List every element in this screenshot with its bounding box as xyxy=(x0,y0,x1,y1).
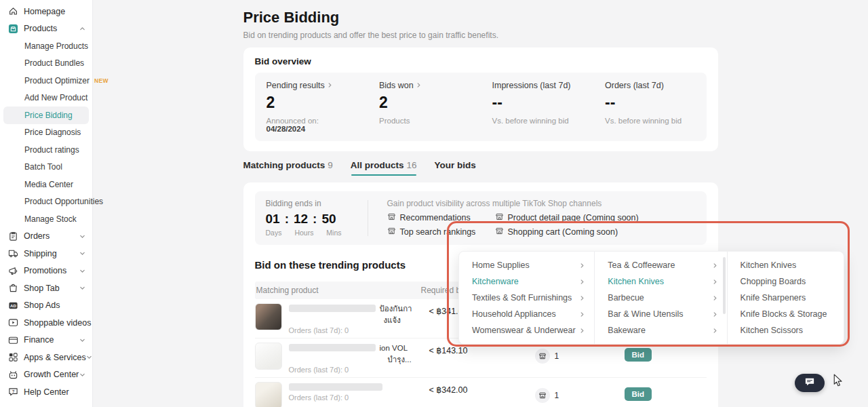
sidebar-item-manage-products[interactable]: Manage Products xyxy=(0,37,92,55)
vertical-divider xyxy=(368,200,368,236)
sidebar-item-shop-ads[interactable]: AD Shop Ads xyxy=(0,297,92,315)
home-icon xyxy=(8,6,18,16)
category-option-textiles[interactable]: Textiles & Soft Furnishings xyxy=(459,290,594,306)
shipping-icon xyxy=(8,248,18,258)
category-option-knife-blocks-storage[interactable]: Knife Blocks & Storage xyxy=(728,306,844,322)
sidebar-item-label: Product Bundles xyxy=(24,58,84,68)
stat-caption: Announced on: 04/28/2024 xyxy=(267,117,357,133)
sidebar-item-product-optimizer[interactable]: Product Optimizer NEW xyxy=(0,72,92,90)
sidebar-item-orders[interactable]: Orders xyxy=(0,228,92,246)
orders-last-7d: Orders (last 7d): 0 xyxy=(289,393,421,402)
chevron-right-icon xyxy=(327,81,333,90)
category-option-bar-wine-utensils[interactable]: Bar & Wine Utensils xyxy=(595,306,726,322)
product-cell[interactable]: ion VOL บำรุง... Orders (last 7d): 0 xyxy=(255,343,421,374)
category-option-kitchen-knives[interactable]: Kitchen Knives xyxy=(595,273,726,290)
stat-value: 2 xyxy=(379,94,469,112)
category-option-knife-sharpeners[interactable]: Knife Sharpeners xyxy=(728,290,844,306)
category-option-kitchen-knives-leaf[interactable]: Kitchen Knives xyxy=(728,257,844,273)
tab-your-bids[interactable]: Your bids xyxy=(435,160,476,176)
sidebar: Homepage Products Manage Products Produc… xyxy=(0,0,93,407)
bid-button[interactable]: Bid xyxy=(625,387,652,401)
sidebar-item-shop-tab[interactable]: Shop Tab xyxy=(0,279,92,297)
chevron-right-icon xyxy=(579,311,585,317)
stat-pending-results[interactable]: Pending results 2 Announced on: 04/28/20… xyxy=(255,81,368,133)
stat-label: Bids won xyxy=(379,81,414,90)
chevron-down-icon xyxy=(79,337,85,343)
category-option-household-appliances[interactable]: Household Appliances xyxy=(459,306,594,322)
stat-value: -- xyxy=(492,94,583,112)
redacted-name-bar xyxy=(289,383,382,391)
sidebar-item-help-center[interactable]: ? Help Center xyxy=(0,383,92,401)
dropdown-scrollbar[interactable] xyxy=(723,257,726,314)
category-option-kitchen-scissors[interactable]: Kitchen Scissors xyxy=(728,322,844,338)
category-option-home-supplies[interactable]: Home Supplies xyxy=(459,257,594,273)
sidebar-item-label: Product ratings xyxy=(24,145,79,155)
sidebar-item-price-bidding[interactable]: Price Bidding xyxy=(3,106,89,124)
countdown-title: Bidding ends in xyxy=(266,199,353,208)
bid-overview-card: Bid overview Pending results 2 Announced… xyxy=(243,47,718,151)
bid-button[interactable]: Bid xyxy=(625,348,652,362)
svg-text:?: ? xyxy=(12,389,15,393)
chevron-right-icon xyxy=(579,279,585,285)
sidebar-item-media-center[interactable]: Media Center xyxy=(0,176,92,193)
sidebar-item-shipping[interactable]: Shipping xyxy=(0,245,92,263)
tab-matching-products[interactable]: Matching products9 xyxy=(243,160,333,176)
sidebar-item-growth-center[interactable]: Growth Center xyxy=(0,366,92,384)
new-badge: NEW xyxy=(94,77,108,84)
sidebar-item-manage-stock[interactable]: Manage Stock xyxy=(0,210,92,228)
sidebar-item-apps-services[interactable]: Apps & Services xyxy=(0,349,92,366)
product-cell[interactable]: ป้องกันกา งแจ้ง Orders (last 7d): 0 xyxy=(255,303,421,334)
storefront-icon xyxy=(387,227,396,237)
sidebar-item-products[interactable]: Products xyxy=(0,20,92,38)
sidebar-item-promotions[interactable]: Promotions xyxy=(0,263,92,280)
help-chat-button[interactable] xyxy=(795,374,825,392)
channels-title: Gain product visibility across multiple … xyxy=(387,199,696,208)
category-option-bakeware[interactable]: Bakeware xyxy=(595,322,726,338)
sidebar-item-product-opportunities[interactable]: Product Opportunities xyxy=(0,193,92,211)
stat-bids-won[interactable]: Bids won 2 Products xyxy=(368,81,481,133)
chevron-right-icon xyxy=(712,263,718,269)
sidebar-item-price-diagnosis[interactable]: Price Diagnosis xyxy=(0,124,92,142)
chevron-right-icon xyxy=(579,263,585,269)
stat-value: -- xyxy=(605,94,695,112)
sidebar-item-label: Add New Product xyxy=(24,93,87,102)
sidebar-item-label: Apps & Services xyxy=(24,353,86,362)
category-option-chopping-boards[interactable]: Chopping Boards xyxy=(728,273,844,290)
product-name-fragment: บำรุง... xyxy=(388,354,412,364)
product-cell[interactable]: Orders (last 7d): 0 xyxy=(255,382,421,407)
sidebar-item-homepage[interactable]: Homepage xyxy=(0,3,92,20)
sidebar-item-label: Shipping xyxy=(24,249,57,258)
countdown-mins: 50 xyxy=(321,212,336,227)
chevron-right-icon xyxy=(712,328,718,334)
category-option-barbecue[interactable]: Barbecue xyxy=(595,290,726,306)
product-name-fragment: ป้องกันกา xyxy=(380,303,412,313)
category-option-kitchenware[interactable]: Kitchenware xyxy=(459,273,594,290)
sidebar-item-label: Growth Center xyxy=(24,370,79,379)
category-option-tea-coffeeware[interactable]: Tea & Coffeeware xyxy=(595,257,726,273)
sidebar-item-product-bundles[interactable]: Product Bundles xyxy=(0,55,92,73)
sidebar-item-batch-tool[interactable]: Batch Tool xyxy=(0,159,92,176)
finance-icon xyxy=(8,335,18,345)
sidebar-item-shoppable-videos[interactable]: Shoppable videos xyxy=(0,314,92,332)
chevron-down-icon xyxy=(79,268,85,274)
sidebar-item-add-new-product[interactable]: Add New Product xyxy=(0,90,92,107)
category-option-womenswear[interactable]: Womenswear & Underwear xyxy=(459,322,594,338)
sidebar-item-label: Product Opportunities xyxy=(24,197,103,206)
tab-all-products[interactable]: All products16 xyxy=(351,160,417,176)
chevron-right-icon xyxy=(579,295,585,301)
sidebar-item-product-ratings[interactable]: Product ratings xyxy=(0,141,92,159)
sidebar-item-label: Finance xyxy=(24,335,54,345)
stat-label: Pending results xyxy=(267,81,325,90)
shops-cell: 1 xyxy=(523,343,611,364)
sidebar-item-label: Products xyxy=(24,24,57,33)
col-header-matching-product: Matching product xyxy=(255,286,421,295)
sidebar-item-label: Shoppable videos xyxy=(24,318,91,328)
channel-product-detail-page: Product detail page (Coming soon) xyxy=(495,212,696,223)
chevron-up-icon xyxy=(79,26,85,32)
sidebar-item-label: Product Optimizer xyxy=(24,76,90,85)
sidebar-item-finance[interactable]: Finance xyxy=(0,332,92,349)
stat-caption: Vs. before winning bid xyxy=(492,117,583,125)
apps-services-icon xyxy=(8,352,18,362)
category-dropdown-panel: Home Supplies Kitchenware Textiles & Sof… xyxy=(458,251,844,345)
sidebar-item-label: Homepage xyxy=(24,7,65,16)
